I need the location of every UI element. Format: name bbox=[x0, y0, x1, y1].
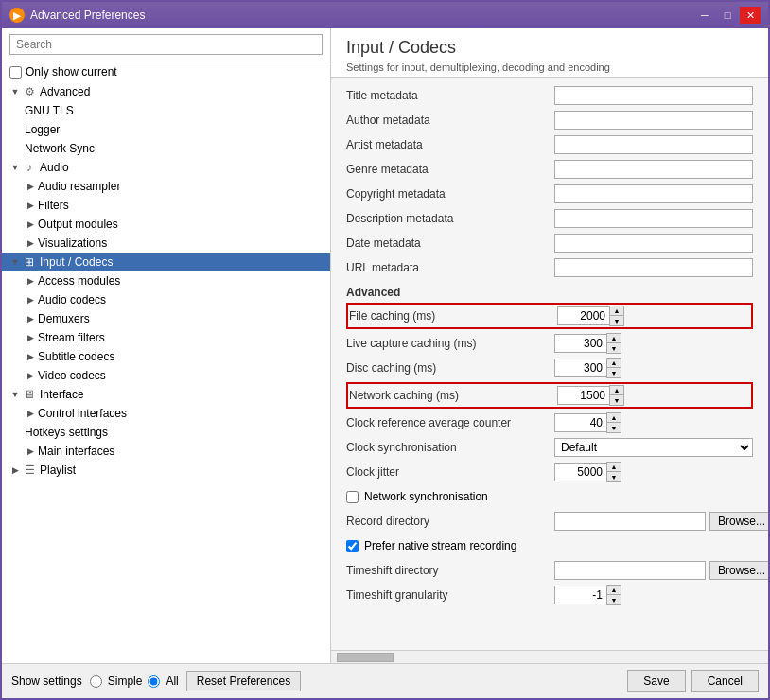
network-caching-up[interactable]: ▲ bbox=[610, 386, 623, 395]
network-sync-checkbox[interactable] bbox=[346, 491, 359, 503]
sidebar-item-label: Main interfaces bbox=[38, 445, 114, 458]
network-caching-input[interactable] bbox=[557, 386, 609, 405]
description-metadata-input[interactable] bbox=[554, 209, 753, 228]
network-caching-down[interactable]: ▼ bbox=[610, 395, 623, 405]
disc-caching-up[interactable]: ▲ bbox=[607, 359, 621, 368]
live-capture-input[interactable] bbox=[554, 334, 606, 353]
date-metadata-label: Date metadata bbox=[346, 236, 554, 250]
timeshift-directory-browse-button[interactable]: Browse... bbox=[709, 561, 768, 580]
disc-caching-input[interactable] bbox=[554, 359, 606, 377]
clock-jitter-down[interactable]: ▼ bbox=[607, 472, 621, 481]
interface-icon: 🖥 bbox=[23, 388, 36, 401]
close-button[interactable]: ✕ bbox=[740, 7, 761, 24]
clock-ref-up[interactable]: ▲ bbox=[607, 413, 621, 423]
reset-preferences-button[interactable]: Reset Preferences bbox=[186, 671, 301, 691]
only-show-current-checkbox[interactable] bbox=[9, 66, 22, 79]
sidebar-item-gnu-tls[interactable]: GNU TLS bbox=[2, 101, 330, 120]
live-capture-down[interactable]: ▼ bbox=[607, 343, 621, 353]
clock-ref-input[interactable] bbox=[554, 413, 606, 432]
clock-sync-select[interactable]: Default None PTP bbox=[554, 438, 753, 457]
sidebar-item-audio-codecs[interactable]: ▶ Audio codecs bbox=[2, 290, 330, 309]
only-show-current-label: Only show current bbox=[26, 65, 117, 79]
timeshift-directory-input[interactable] bbox=[554, 561, 706, 580]
horizontal-scrollbar[interactable] bbox=[331, 650, 768, 663]
sidebar-item-audio-resampler[interactable]: ▶ Audio resampler bbox=[2, 177, 330, 196]
artist-metadata-input[interactable] bbox=[554, 135, 753, 154]
live-capture-up[interactable]: ▲ bbox=[607, 334, 621, 343]
genre-metadata-label: Genre metadata bbox=[346, 163, 554, 176]
cancel-button[interactable]: Cancel bbox=[691, 670, 759, 692]
sidebar-item-playlist[interactable]: ▶ ☰ Playlist bbox=[2, 461, 330, 480]
sidebar-item-label: Filters bbox=[38, 199, 69, 212]
record-directory-browse-button[interactable]: Browse... bbox=[709, 512, 768, 531]
title-metadata-label: Title metadata bbox=[346, 89, 554, 102]
sidebar-item-input-codecs[interactable]: ▼ ⊞ Input / Codecs bbox=[2, 253, 330, 271]
maximize-button[interactable]: □ bbox=[717, 7, 738, 24]
sidebar-item-access-modules[interactable]: ▶ Access modules bbox=[2, 271, 330, 290]
hscroll-thumb[interactable] bbox=[337, 653, 394, 662]
disc-caching-label: Disc caching (ms) bbox=[346, 361, 554, 375]
date-metadata-input[interactable] bbox=[554, 234, 753, 253]
title-metadata-input[interactable] bbox=[554, 86, 753, 105]
prefer-native-checkbox[interactable] bbox=[346, 540, 359, 552]
url-metadata-label: URL metadata bbox=[346, 261, 554, 274]
timeshift-granularity-input[interactable] bbox=[554, 586, 606, 604]
file-caching-up[interactable]: ▲ bbox=[610, 306, 623, 316]
clock-ref-down[interactable]: ▼ bbox=[607, 423, 621, 432]
disc-caching-down[interactable]: ▼ bbox=[607, 368, 621, 377]
sidebar-item-main-interfaces[interactable]: ▶ Main interfaces bbox=[2, 442, 330, 461]
clock-jitter-input[interactable] bbox=[554, 463, 606, 481]
sidebar-item-subtitle-codecs[interactable]: ▶ Subtitle codecs bbox=[2, 347, 330, 366]
clock-jitter-spinbox: ▲ ▼ bbox=[554, 462, 621, 482]
all-radio[interactable] bbox=[148, 675, 160, 688]
file-caching-input[interactable] bbox=[557, 306, 609, 325]
simple-radio[interactable] bbox=[90, 675, 102, 688]
radio-group: Simple All bbox=[90, 674, 179, 688]
all-label: All bbox=[166, 674, 178, 688]
file-caching-arrows: ▲ ▼ bbox=[609, 306, 624, 326]
disc-caching-spinbox: ▲ ▼ bbox=[554, 358, 621, 378]
author-metadata-input[interactable] bbox=[554, 111, 753, 130]
copyright-metadata-input[interactable] bbox=[554, 184, 753, 203]
sidebar-item-hotkeys-settings[interactable]: Hotkeys settings bbox=[2, 423, 330, 442]
sidebar-item-label: Subtitle codecs bbox=[38, 350, 114, 363]
sidebar-item-demuxers[interactable]: ▶ Demuxers bbox=[2, 309, 330, 328]
form-row-clock-sync: Clock synchronisation Default None PTP bbox=[346, 437, 753, 458]
sidebar-item-control-interfaces[interactable]: ▶ Control interfaces bbox=[2, 404, 330, 423]
sidebar-item-filters[interactable]: ▶ Filters bbox=[2, 196, 330, 215]
url-metadata-input[interactable] bbox=[554, 258, 753, 277]
simple-label: Simple bbox=[108, 674, 143, 688]
sidebar-item-interface[interactable]: ▼ 🖥 Interface bbox=[2, 385, 330, 404]
timeshift-granularity-up[interactable]: ▲ bbox=[607, 586, 621, 595]
sidebar-item-network-sync[interactable]: Network Sync bbox=[2, 139, 330, 158]
expand-arrow-visualizations: ▶ bbox=[25, 237, 36, 249]
search-bar bbox=[2, 28, 330, 61]
sidebar-item-audio[interactable]: ▼ ♪ Audio bbox=[2, 158, 330, 177]
live-capture-spinbox: ▲ ▼ bbox=[554, 333, 621, 354]
record-directory-input[interactable] bbox=[554, 512, 706, 531]
sidebar-item-advanced[interactable]: ▼ ⚙ Advanced bbox=[2, 82, 330, 101]
expand-arrow-access-modules: ▶ bbox=[25, 275, 36, 287]
only-show-row: Only show current bbox=[2, 61, 330, 82]
genre-metadata-input[interactable] bbox=[554, 160, 753, 179]
form-row-artist-metadata: Artist metadata bbox=[346, 134, 753, 155]
file-caching-down[interactable]: ▼ bbox=[610, 316, 623, 325]
clock-jitter-up[interactable]: ▲ bbox=[607, 463, 621, 472]
search-input[interactable] bbox=[9, 34, 323, 55]
network-caching-label: Network caching (ms) bbox=[349, 389, 557, 402]
prefer-native-row: Prefer native stream recording bbox=[346, 535, 753, 556]
sidebar-item-visualizations[interactable]: ▶ Visualizations bbox=[2, 234, 330, 253]
form-row-author-metadata: Author metadata bbox=[346, 110, 753, 131]
sidebar-item-label: Playlist bbox=[40, 464, 76, 477]
sidebar-item-output-modules[interactable]: ▶ Output modules bbox=[2, 215, 330, 234]
minimize-button[interactable]: ─ bbox=[694, 7, 715, 24]
timeshift-granularity-down[interactable]: ▼ bbox=[607, 595, 621, 604]
sidebar-item-video-codecs[interactable]: ▶ Video codecs bbox=[2, 366, 330, 385]
form-row-genre-metadata: Genre metadata bbox=[346, 159, 753, 180]
codec-icon: ⊞ bbox=[23, 255, 36, 269]
right-header: Input / Codecs Settings for input, demul… bbox=[331, 28, 768, 78]
save-button[interactable]: Save bbox=[627, 670, 685, 692]
sidebar-item-stream-filters[interactable]: ▶ Stream filters bbox=[2, 328, 330, 347]
sidebar-item-logger[interactable]: Logger bbox=[2, 120, 330, 139]
live-capture-label: Live capture caching (ms) bbox=[346, 337, 554, 350]
